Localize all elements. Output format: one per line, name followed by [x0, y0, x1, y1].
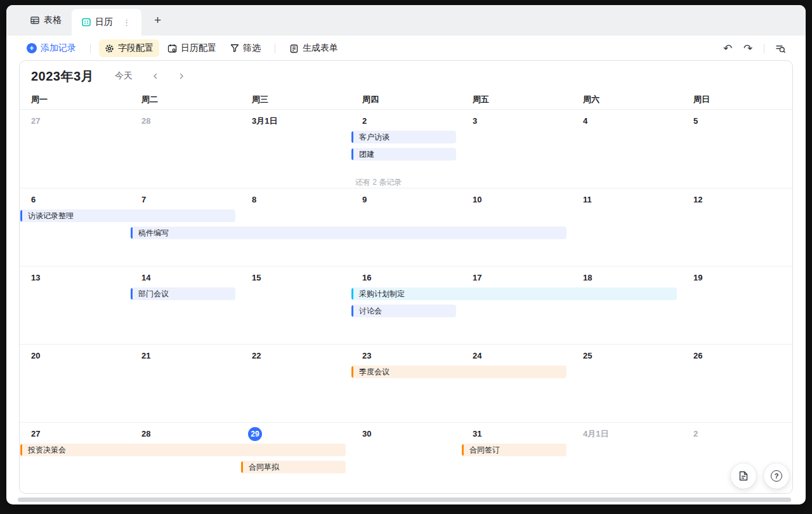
event-accent	[131, 288, 133, 300]
help-fab-button[interactable]: ?	[764, 463, 789, 489]
event-bar[interactable]: 稿件编写	[131, 227, 566, 239]
calendar-week-row: 27283月1日2345客户访谈团建还有 2 条记录	[20, 110, 792, 188]
day-number: 12	[693, 195, 702, 204]
tab-calendar[interactable]: 日历 ⋮	[72, 9, 141, 36]
day-number: 27	[31, 116, 40, 126]
day-number: 27	[31, 429, 40, 438]
event-title: 投资决策会	[28, 445, 66, 454]
day-number: 10	[473, 195, 481, 204]
day-number: 4月1日	[583, 429, 608, 438]
day-cell[interactable]: 6	[20, 188, 130, 266]
chevron-right-icon	[178, 72, 185, 80]
calendar-week-row: 20212223242526季度会议	[20, 345, 792, 423]
calendar-week-row: 13141516171819部门会议采购计划制定讨论会	[20, 267, 792, 345]
undo-button[interactable]: ↶	[717, 39, 738, 57]
undo-icon: ↶	[723, 42, 732, 55]
day-cell[interactable]: 23	[351, 345, 461, 422]
day-cell[interactable]: 27	[20, 110, 130, 188]
view-tabbar: 表格 日历 ⋮ +	[6, 5, 806, 36]
day-cell[interactable]: 19	[682, 267, 792, 344]
day-number: 3月1日	[252, 116, 277, 126]
day-number: 5	[693, 116, 698, 126]
day-number: 3	[473, 116, 477, 126]
event-bar[interactable]: 合同草拟	[241, 461, 346, 473]
event-title: 讨论会	[359, 306, 382, 315]
calendar-config-button[interactable]: 日历配置	[162, 39, 222, 57]
prev-month-button[interactable]	[150, 71, 160, 81]
day-cell[interactable]: 15	[240, 267, 351, 344]
day-cell[interactable]: 13	[20, 267, 130, 344]
event-accent	[351, 305, 353, 317]
day-cell[interactable]: 30	[351, 423, 461, 494]
event-title: 团建	[359, 150, 374, 159]
event-bar[interactable]: 客户访谈	[351, 131, 456, 143]
day-number: 28	[141, 116, 150, 126]
day-cell[interactable]: 4月1日	[572, 423, 682, 494]
day-cell[interactable]: 31	[461, 423, 572, 494]
tab-table[interactable]: 表格	[20, 5, 72, 36]
tab-more-icon[interactable]: ⋮	[122, 18, 131, 27]
day-cell[interactable]: 3月1日	[240, 110, 351, 188]
day-cell[interactable]: 28	[130, 423, 240, 494]
day-number: 16	[362, 273, 371, 282]
day-cell[interactable]: 26	[682, 345, 792, 422]
next-month-button[interactable]	[176, 71, 187, 81]
toolbar-divider	[275, 44, 275, 53]
filter-button[interactable]: 筛选	[225, 39, 266, 57]
day-cell[interactable]: 3	[461, 110, 572, 188]
search-records-button[interactable]	[770, 39, 790, 57]
event-bar[interactable]: 投资决策会	[20, 444, 346, 456]
day-cell[interactable]: 11	[572, 188, 682, 266]
day-cell[interactable]: 14	[130, 267, 240, 344]
event-bar[interactable]: 季度会议	[351, 366, 566, 378]
form-icon	[289, 44, 299, 53]
day-cell[interactable]: 29	[240, 423, 351, 494]
field-config-button[interactable]: 字段配置	[99, 39, 159, 57]
day-cell[interactable]: 18	[572, 267, 682, 344]
event-bar[interactable]: 合同签订	[462, 444, 566, 456]
event-bar[interactable]: 团建	[351, 148, 456, 161]
event-bar[interactable]: 采购计划制定	[351, 287, 677, 300]
chevron-left-icon	[152, 72, 159, 80]
day-cell[interactable]: 28	[130, 110, 240, 188]
event-title: 稿件编写	[138, 228, 169, 237]
horizontal-scrollbar[interactable]	[18, 498, 791, 502]
event-bar[interactable]: 讨论会	[351, 305, 456, 317]
day-cell[interactable]: 4	[572, 110, 682, 188]
event-title: 季度会议	[359, 367, 390, 376]
day-number: 31	[473, 429, 481, 438]
day-cell[interactable]: 27	[20, 423, 130, 494]
day-number: 9	[362, 195, 367, 204]
event-title: 采购计划制定	[359, 289, 405, 298]
day-number: 21	[141, 351, 150, 360]
day-number: 13	[31, 273, 40, 282]
day-cell[interactable]: 21	[130, 345, 240, 422]
day-cell[interactable]: 5	[682, 110, 792, 188]
more-records-link[interactable]: 还有 2 条记录	[355, 177, 402, 188]
docs-fab-button[interactable]	[731, 463, 756, 489]
calendar-header: 2023年3月 今天	[20, 61, 792, 93]
day-number: 7	[141, 195, 146, 204]
day-cell[interactable]: 22	[240, 345, 351, 422]
new-view-tab-button[interactable]: +	[141, 5, 174, 36]
weekday-label: 周五	[461, 93, 572, 109]
event-title: 访谈记录整理	[28, 211, 74, 220]
event-bar[interactable]: 部门会议	[131, 287, 235, 300]
generate-form-button[interactable]: 生成表单	[284, 39, 344, 57]
weekday-label: 周三	[240, 93, 351, 109]
day-cell[interactable]: 20	[20, 345, 130, 422]
event-accent	[351, 148, 353, 160]
day-number: 30	[362, 429, 371, 438]
day-cell[interactable]: 17	[461, 267, 572, 344]
redo-button[interactable]: ↷	[738, 39, 758, 57]
day-cell[interactable]: 24	[461, 345, 572, 422]
day-number: 24	[473, 351, 481, 360]
today-button[interactable]: 今天	[115, 70, 133, 82]
event-accent	[351, 131, 353, 143]
app-window: 表格 日历 ⋮ + + 添加记录	[6, 5, 806, 504]
day-cell[interactable]: 12	[682, 188, 792, 266]
day-cell[interactable]: 25	[572, 345, 682, 422]
add-record-button[interactable]: + 添加记录	[21, 39, 82, 57]
event-bar[interactable]: 访谈记录整理	[20, 209, 235, 222]
event-accent	[20, 444, 22, 456]
